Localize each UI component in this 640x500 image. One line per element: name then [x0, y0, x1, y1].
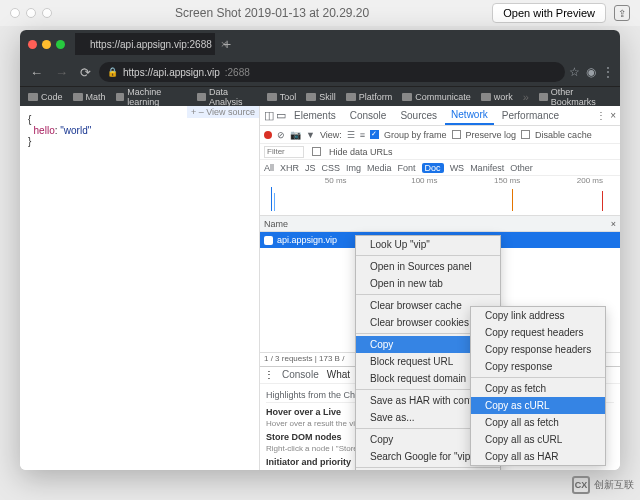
reload-button[interactable]: ⟳	[76, 65, 95, 80]
close-dot[interactable]	[10, 8, 20, 18]
url-host: https://api.appsign.vip	[123, 67, 220, 78]
bookmark-folder[interactable]: Platform	[346, 92, 393, 102]
view-source-label[interactable]: + – View source	[187, 106, 259, 118]
bookmark-folder[interactable]: Communicate	[402, 92, 471, 102]
profile-icon[interactable]: ◉	[586, 65, 596, 79]
group-label: Group by frame	[384, 130, 447, 140]
type-xhr[interactable]: XHR	[280, 163, 299, 173]
open-with-preview-button[interactable]: Open with Preview	[492, 3, 606, 23]
devtools-tabs: ◫ ▭ Elements Console Sources Network Per…	[260, 106, 620, 126]
browser-tab[interactable]: https://api.appsign.vip:2688 ×	[75, 33, 215, 55]
ctx-copy-response[interactable]: Copy response	[471, 358, 605, 375]
type-media[interactable]: Media	[367, 163, 392, 173]
folder-icon	[481, 93, 491, 101]
ctx-copy-resp-headers[interactable]: Copy response headers	[471, 341, 605, 358]
bookmark-folder[interactable]: Skill	[306, 92, 336, 102]
view-label: View:	[320, 130, 342, 140]
ctx-open-tab[interactable]: Open in new tab	[356, 275, 500, 292]
browser-window-controls[interactable]	[28, 40, 65, 49]
ctx-copy-req-headers[interactable]: Copy request headers	[471, 324, 605, 341]
minimize-dot[interactable]	[26, 8, 36, 18]
page-content: + – View source { hello: "world" }	[20, 106, 260, 470]
forward-button[interactable]: →	[51, 65, 72, 80]
ctx-copy-curl[interactable]: Copy as cURL	[471, 397, 605, 414]
hide-urls-label: Hide data URLs	[329, 147, 393, 157]
url-field[interactable]: 🔒 https://api.appsign.vip:2688	[99, 62, 565, 82]
menu-icon[interactable]: ⋮	[602, 65, 614, 79]
macos-window-controls[interactable]	[10, 8, 52, 18]
tab-console[interactable]: Console	[344, 107, 393, 124]
tab-performance[interactable]: Performance	[496, 107, 565, 124]
capture-button[interactable]: 📷	[290, 130, 301, 140]
type-doc[interactable]: Doc	[422, 163, 444, 173]
bookmark-folder[interactable]: Tool	[267, 92, 297, 102]
request-table-header[interactable]: Name ×	[260, 216, 620, 232]
type-other[interactable]: Other	[510, 163, 533, 173]
type-js[interactable]: JS	[305, 163, 316, 173]
filter-bar: Hide data URLs	[260, 144, 620, 160]
minimize-icon[interactable]	[42, 40, 51, 49]
watermark: CX 创新互联	[572, 476, 634, 494]
type-manifest[interactable]: Manifest	[470, 163, 504, 173]
tab-network[interactable]: Network	[445, 106, 494, 125]
filter-icon[interactable]: ▼	[306, 130, 315, 140]
drawer-tab-whatsnew[interactable]: What	[327, 369, 350, 380]
ctx-copy-all-fetch[interactable]: Copy all as fetch	[471, 414, 605, 431]
bookmark-folder[interactable]: work	[481, 92, 513, 102]
new-tab-button[interactable]: +	[215, 36, 239, 52]
share-icon[interactable]: ⇪	[614, 5, 630, 21]
hide-urls-checkbox[interactable]	[312, 147, 321, 156]
document-icon	[264, 236, 273, 245]
maximize-icon[interactable]	[56, 40, 65, 49]
filter-input[interactable]	[264, 146, 304, 158]
bookmark-folder[interactable]: Math	[73, 92, 106, 102]
timeline-bar	[274, 193, 275, 211]
folder-icon	[116, 93, 125, 101]
watermark-logo-icon: CX	[572, 476, 590, 494]
drawer-menu-icon[interactable]: ⋮	[264, 369, 274, 380]
bookmark-folder[interactable]: Code	[28, 92, 63, 102]
window-title: Screen Shot 2019-01-13 at 20.29.20	[52, 6, 492, 20]
type-all[interactable]: All	[264, 163, 274, 173]
ctx-copy-all-curl[interactable]: Copy all as cURL	[471, 431, 605, 448]
device-icon[interactable]: ▭	[276, 109, 286, 122]
disable-cache-label: Disable cache	[535, 130, 592, 140]
view-small-icon[interactable]: ≡	[360, 130, 365, 140]
drawer-tab-console[interactable]: Console	[282, 369, 319, 380]
back-button[interactable]: ←	[26, 65, 47, 80]
other-bookmarks[interactable]: Other Bookmarks	[539, 87, 612, 107]
bookmarks-bar: Code Math Machine learning Data Analysis…	[20, 86, 620, 106]
clear-button[interactable]: ⊘	[277, 130, 285, 140]
group-checkbox[interactable]	[370, 130, 379, 139]
close-icon[interactable]	[28, 40, 37, 49]
record-button[interactable]	[264, 131, 272, 139]
devtools-close-icon[interactable]: ×	[610, 110, 616, 121]
overflow-icon[interactable]: »	[523, 91, 529, 103]
tab-elements[interactable]: Elements	[288, 107, 342, 124]
disable-cache-checkbox[interactable]	[521, 130, 530, 139]
type-img[interactable]: Img	[346, 163, 361, 173]
type-ws[interactable]: WS	[450, 163, 465, 173]
bookmark-folder[interactable]: Machine learning	[116, 87, 188, 107]
type-css[interactable]: CSS	[322, 163, 341, 173]
network-timeline[interactable]: 50 ms 100 ms 150 ms 200 ms	[260, 176, 620, 216]
zoom-dot[interactable]	[42, 8, 52, 18]
browser-tabbar: https://api.appsign.vip:2688 × +	[20, 30, 620, 58]
ctx-open-sources[interactable]: Open in Sources panel	[356, 258, 500, 275]
tab-sources[interactable]: Sources	[394, 107, 443, 124]
ctx-lookup[interactable]: Look Up "vip"	[356, 236, 500, 253]
bookmark-folder[interactable]: Data Analysis	[197, 87, 256, 107]
ctx-copy-fetch[interactable]: Copy as fetch	[471, 380, 605, 397]
preserve-label: Preserve log	[466, 130, 517, 140]
ctx-copy-all-har[interactable]: Copy all as HAR	[471, 448, 605, 465]
star-icon[interactable]: ☆	[569, 65, 580, 79]
view-large-icon[interactable]: ☰	[347, 130, 355, 140]
timeline-bar	[512, 189, 513, 211]
preserve-checkbox[interactable]	[452, 130, 461, 139]
ctx-copy-link[interactable]: Copy link address	[471, 307, 605, 324]
type-font[interactable]: Font	[398, 163, 416, 173]
inspect-icon[interactable]: ◫	[264, 109, 274, 122]
macos-titlebar: Screen Shot 2019-01-13 at 20.29.20 Open …	[0, 0, 640, 26]
request-type-filter: All XHR JS CSS Img Media Font Doc WS Man…	[260, 160, 620, 176]
devtools-menu-icon[interactable]: ⋮	[596, 110, 606, 121]
